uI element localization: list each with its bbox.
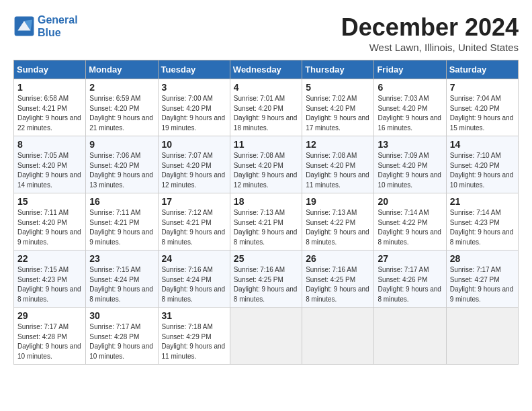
calendar-cell: 15 Sunrise: 7:11 AMSunset: 4:20 PMDaylig… — [14, 193, 86, 250]
cell-info: Sunrise: 7:14 AMSunset: 4:23 PMDaylight:… — [450, 209, 514, 246]
day-number: 6 — [378, 82, 442, 93]
calendar-cell: 5 Sunrise: 7:02 AMSunset: 4:20 PMDayligh… — [302, 79, 374, 136]
day-number: 22 — [17, 253, 82, 264]
cell-info: Sunrise: 7:06 AMSunset: 4:20 PMDaylight:… — [89, 152, 153, 189]
calendar-cell — [374, 308, 446, 365]
column-header-sunday: Sunday — [14, 60, 86, 79]
day-number: 13 — [378, 139, 442, 150]
header-row: SundayMondayTuesdayWednesdayThursdayFrid… — [14, 60, 519, 79]
calendar-cell — [302, 308, 374, 365]
day-number: 8 — [17, 139, 82, 150]
cell-info: Sunrise: 7:04 AMSunset: 4:20 PMDaylight:… — [450, 95, 514, 132]
day-number: 7 — [450, 82, 515, 93]
month-title: December 2024 — [341, 13, 519, 42]
cell-info: Sunrise: 7:00 AMSunset: 4:20 PMDaylight:… — [162, 95, 226, 132]
logo-text: General Blue — [38, 13, 78, 39]
cell-info: Sunrise: 7:10 AMSunset: 4:20 PMDaylight:… — [450, 152, 514, 189]
calendar-table: SundayMondayTuesdayWednesdayThursdayFrid… — [13, 60, 519, 365]
day-number: 14 — [450, 139, 515, 150]
day-number: 19 — [306, 196, 370, 207]
calendar-cell: 7 Sunrise: 7:04 AMSunset: 4:20 PMDayligh… — [446, 79, 518, 136]
day-number: 24 — [162, 253, 226, 264]
column-header-thursday: Thursday — [302, 60, 374, 79]
cell-info: Sunrise: 7:13 AMSunset: 4:21 PMDaylight:… — [234, 209, 298, 246]
week-row-3: 15 Sunrise: 7:11 AMSunset: 4:20 PMDaylig… — [14, 193, 519, 250]
calendar-cell: 24 Sunrise: 7:16 AMSunset: 4:24 PMDaylig… — [158, 250, 230, 308]
page-header: General Blue December 2024 West Lawn, Il… — [13, 13, 519, 53]
column-header-monday: Monday — [86, 60, 158, 79]
calendar-cell: 29 Sunrise: 7:17 AMSunset: 4:28 PMDaylig… — [14, 308, 86, 365]
day-number: 23 — [89, 253, 154, 264]
day-number: 25 — [234, 253, 298, 264]
day-number: 3 — [162, 82, 226, 93]
day-number: 11 — [234, 139, 298, 150]
calendar-cell: 11 Sunrise: 7:08 AMSunset: 4:20 PMDaylig… — [230, 136, 302, 193]
column-header-friday: Friday — [374, 60, 446, 79]
day-number: 1 — [17, 82, 82, 93]
calendar-cell: 6 Sunrise: 7:03 AMSunset: 4:20 PMDayligh… — [374, 79, 446, 136]
calendar-cell: 16 Sunrise: 7:11 AMSunset: 4:21 PMDaylig… — [86, 193, 158, 250]
calendar-cell: 12 Sunrise: 7:08 AMSunset: 4:20 PMDaylig… — [302, 136, 374, 193]
cell-info: Sunrise: 7:13 AMSunset: 4:22 PMDaylight:… — [306, 209, 369, 246]
cell-info: Sunrise: 6:59 AMSunset: 4:20 PMDaylight:… — [89, 95, 153, 132]
cell-info: Sunrise: 7:14 AMSunset: 4:22 PMDaylight:… — [378, 209, 441, 246]
day-number: 5 — [306, 82, 370, 93]
day-number: 15 — [17, 196, 82, 207]
day-number: 10 — [162, 139, 226, 150]
cell-info: Sunrise: 7:16 AMSunset: 4:25 PMDaylight:… — [234, 266, 298, 303]
calendar-cell: 1 Sunrise: 6:58 AMSunset: 4:21 PMDayligh… — [14, 79, 86, 136]
cell-info: Sunrise: 7:11 AMSunset: 4:21 PMDaylight:… — [89, 209, 153, 246]
cell-info: Sunrise: 7:18 AMSunset: 4:29 PMDaylight:… — [162, 323, 226, 360]
cell-info: Sunrise: 7:01 AMSunset: 4:20 PMDaylight:… — [234, 95, 298, 132]
cell-info: Sunrise: 7:17 AMSunset: 4:28 PMDaylight:… — [17, 323, 81, 360]
calendar-cell: 25 Sunrise: 7:16 AMSunset: 4:25 PMDaylig… — [230, 250, 302, 308]
week-row-5: 29 Sunrise: 7:17 AMSunset: 4:28 PMDaylig… — [14, 308, 519, 365]
column-header-wednesday: Wednesday — [230, 60, 302, 79]
cell-info: Sunrise: 7:16 AMSunset: 4:24 PMDaylight:… — [162, 266, 226, 303]
calendar-cell: 31 Sunrise: 7:18 AMSunset: 4:29 PMDaylig… — [158, 308, 230, 365]
column-header-tuesday: Tuesday — [158, 60, 230, 79]
cell-info: Sunrise: 7:09 AMSunset: 4:20 PMDaylight:… — [378, 152, 441, 189]
calendar-cell: 8 Sunrise: 7:05 AMSunset: 4:20 PMDayligh… — [14, 136, 86, 193]
cell-info: Sunrise: 7:08 AMSunset: 4:20 PMDaylight:… — [306, 152, 369, 189]
calendar-cell: 30 Sunrise: 7:17 AMSunset: 4:28 PMDaylig… — [86, 308, 158, 365]
calendar-cell: 27 Sunrise: 7:17 AMSunset: 4:26 PMDaylig… — [374, 250, 446, 308]
cell-info: Sunrise: 7:11 AMSunset: 4:20 PMDaylight:… — [17, 209, 81, 246]
day-number: 30 — [89, 310, 154, 321]
calendar-cell: 22 Sunrise: 7:15 AMSunset: 4:23 PMDaylig… — [14, 250, 86, 308]
day-number: 18 — [234, 196, 298, 207]
cell-info: Sunrise: 7:16 AMSunset: 4:25 PMDaylight:… — [306, 266, 369, 303]
cell-info: Sunrise: 7:17 AMSunset: 4:27 PMDaylight:… — [450, 266, 514, 303]
day-number: 29 — [17, 310, 82, 321]
cell-info: Sunrise: 7:05 AMSunset: 4:20 PMDaylight:… — [17, 152, 81, 189]
day-number: 31 — [162, 310, 226, 321]
calendar-cell: 20 Sunrise: 7:14 AMSunset: 4:22 PMDaylig… — [374, 193, 446, 250]
calendar-cell: 9 Sunrise: 7:06 AMSunset: 4:20 PMDayligh… — [86, 136, 158, 193]
cell-info: Sunrise: 7:12 AMSunset: 4:21 PMDaylight:… — [162, 209, 226, 246]
week-row-4: 22 Sunrise: 7:15 AMSunset: 4:23 PMDaylig… — [14, 250, 519, 308]
day-number: 27 — [378, 253, 442, 264]
cell-info: Sunrise: 7:03 AMSunset: 4:20 PMDaylight:… — [378, 95, 441, 132]
calendar-cell — [230, 308, 302, 365]
week-row-1: 1 Sunrise: 6:58 AMSunset: 4:21 PMDayligh… — [14, 79, 519, 136]
cell-info: Sunrise: 7:08 AMSunset: 4:20 PMDaylight:… — [234, 152, 298, 189]
day-number: 2 — [89, 82, 154, 93]
day-number: 21 — [450, 196, 515, 207]
cell-info: Sunrise: 6:58 AMSunset: 4:21 PMDaylight:… — [17, 95, 81, 132]
cell-info: Sunrise: 7:07 AMSunset: 4:20 PMDaylight:… — [162, 152, 226, 189]
cell-info: Sunrise: 7:02 AMSunset: 4:20 PMDaylight:… — [306, 95, 369, 132]
calendar-cell: 18 Sunrise: 7:13 AMSunset: 4:21 PMDaylig… — [230, 193, 302, 250]
cell-info: Sunrise: 7:17 AMSunset: 4:28 PMDaylight:… — [89, 323, 153, 360]
cell-info: Sunrise: 7:15 AMSunset: 4:23 PMDaylight:… — [17, 266, 81, 303]
day-number: 17 — [162, 196, 226, 207]
calendar-cell: 10 Sunrise: 7:07 AMSunset: 4:20 PMDaylig… — [158, 136, 230, 193]
day-number: 12 — [306, 139, 370, 150]
calendar-cell: 13 Sunrise: 7:09 AMSunset: 4:20 PMDaylig… — [374, 136, 446, 193]
logo: General Blue — [13, 13, 78, 39]
cell-info: Sunrise: 7:15 AMSunset: 4:24 PMDaylight:… — [89, 266, 153, 303]
calendar-cell: 21 Sunrise: 7:14 AMSunset: 4:23 PMDaylig… — [446, 193, 518, 250]
day-number: 20 — [378, 196, 442, 207]
calendar-cell: 28 Sunrise: 7:17 AMSunset: 4:27 PMDaylig… — [446, 250, 518, 308]
column-header-saturday: Saturday — [446, 60, 518, 79]
title-block: December 2024 West Lawn, Illinois, Unite… — [341, 13, 519, 53]
